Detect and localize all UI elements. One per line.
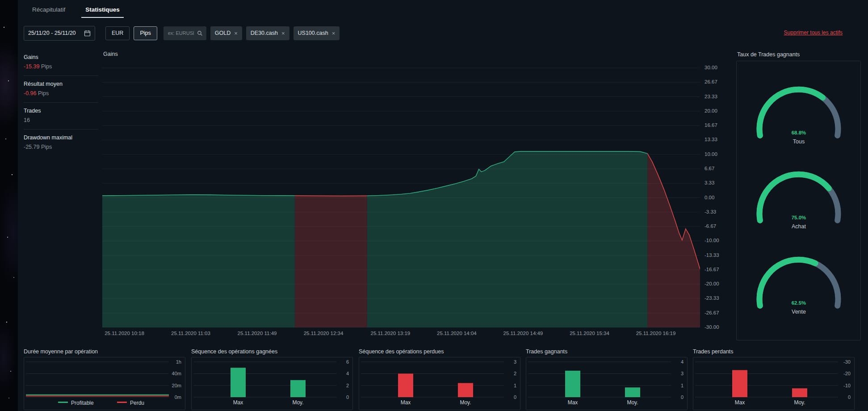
y-axis-label: 0.00 [704,195,714,200]
y-axis-label: 10.00 [704,151,717,157]
category-label: Max [735,399,745,406]
clear-assets-link[interactable]: Supprimer tous les actifs [784,29,843,36]
y-axis-label: -26.67 [704,310,719,315]
y-axis-label: -10 [843,383,851,388]
x-axis-label: 25.11.2020 14:04 [425,331,488,336]
stat-label: Résultat moyen [24,81,98,87]
gauge-track [759,260,838,306]
currency-eur-button[interactable]: EUR [105,26,130,40]
legend-swatch [58,402,68,403]
y-axis-label: 30.00 [704,65,717,70]
stat-resultat-moyen: Résultat moyen -0.96 Pips [24,76,98,103]
search-icon [197,30,203,36]
remove-tag-icon[interactable]: × [281,30,285,37]
gains-x-axis: 25.11.2020 10:1825.11.2020 11:0325.11.20… [102,331,700,338]
gains-chart-svg [102,63,700,327]
symbol-search-input[interactable] [167,30,195,36]
stat-label: Gains [24,54,98,60]
calendar-icon [84,30,91,37]
stat-value: 16 [24,117,30,123]
stat-value: -15.39 [24,63,39,70]
y-axis-label: 6 [346,359,349,365]
y-axis-label: 3.33 [704,180,714,185]
x-axis-label: 25.11.2020 14:49 [492,331,554,336]
gauge-progress [759,89,838,135]
gauge-label: Tous [793,138,804,145]
gauge-label: Vente [792,309,806,315]
gauge-progress [759,260,838,306]
x-axis-label: 25.11.2020 12:34 [292,331,355,336]
asset-tag-label: GOLD [215,30,231,36]
area-fill-red [295,196,367,327]
x-axis-label: 25.11.2020 13:19 [359,331,422,336]
y-axis-label: 0 [848,394,851,400]
y-axis-label: -20.00 [704,281,719,286]
category-label: Max [233,399,243,406]
x-axis-label: 25.11.2020 11:03 [159,331,222,336]
loss-trades-chart-title: Trades perdants [693,348,734,355]
y-axis-label: 20.00 [704,108,717,113]
win-streak-svg: 6420MaxMoy. [192,357,352,410]
win-streak-chart-panel: 6420MaxMoy. [191,357,353,410]
y-axis-label: 1h [176,359,181,365]
y-axis-label: 23.33 [704,94,717,99]
duration-chart-title: Durée moyenne par opération [24,348,98,355]
win-trades-chart-panel: 4310MaxMoy. [526,357,688,410]
tab-statistiques[interactable]: Statistiques [81,6,124,18]
filter-bar: 25/11/20 - 25/11/20 EUR Pips GOLD × DE30… [24,25,340,41]
date-range-input[interactable]: 25/11/20 - 25/11/20 [24,26,95,41]
x-axis-label: 25.11.2020 10:18 [93,331,156,336]
legend-swatch [117,402,127,403]
y-axis-label: 13.33 [704,137,717,142]
symbol-search[interactable] [164,26,206,40]
y-axis-label: 26.67 [704,79,717,84]
area-fill-red [647,154,700,327]
bar-Max [231,368,246,397]
y-axis-label: -16.67 [704,267,719,272]
stat-gains: Gains -15.39 Pips [24,49,98,76]
stats-sidebar: Gains -15.39 Pips Résultat moyen -0.96 P… [24,49,98,156]
y-axis-label: -6.67 [704,223,716,229]
bar-Moy. [792,388,807,397]
bar-Moy. [290,380,306,397]
legend-label: Perdu [130,400,144,406]
unit-pips-button[interactable]: Pips [134,26,157,40]
loss-trades-svg: -30-20-100MaxMoy. [693,357,854,410]
y-axis-label: 2 [514,371,516,376]
remove-tag-icon[interactable]: × [234,30,238,37]
stat-drawdown: Drawdown maximal -25.79 Pips [24,130,98,156]
y-axis-label: -30.00 [704,324,719,330]
stat-trades: Trades 16 [24,103,98,130]
y-axis-label: 0m [175,394,181,400]
area-fill-green [367,151,648,327]
stat-label: Trades [24,108,98,114]
win-rate-gauge: 75.0%Achat [752,170,846,231]
category-label: Moy. [292,399,303,406]
loss-streak-chart-panel: 3210MaxMoy. [359,357,520,410]
asset-tag-de30: DE30.cash × [246,26,289,40]
stat-unit: Pips [39,63,52,70]
gauge-percent: 68.8% [791,130,806,135]
win-rate-gauge: 62.5%Vente [752,255,846,317]
y-axis-label: 40m [172,371,181,376]
y-axis-label: 1 [681,383,683,388]
y-axis-label: -3.33 [704,209,716,214]
y-axis-label: 0 [346,394,349,400]
y-axis-label: -23.33 [704,295,719,301]
tab-recapitulatif[interactable]: Récapitulatif [31,6,66,18]
remove-tag-icon[interactable]: × [332,30,335,37]
series-line-red [295,196,367,196]
asset-tag-label: DE30.cash [251,30,278,36]
y-axis-label: 2 [346,383,349,388]
gains-y-axis: 30.0026.6723.3320.0016.6713.3310.006.673… [704,63,733,327]
x-axis-label: 25.11.2020 11:49 [226,331,289,336]
gauge-percent: 62.5% [791,300,806,306]
loss-trades-chart-panel: -30-20-100MaxMoy. [693,357,855,410]
loss-streak-svg: 3210MaxMoy. [359,357,520,410]
win-trades-svg: 4310MaxMoy. [526,357,687,410]
stat-unit: Pips [39,144,52,150]
y-axis-label: 6.67 [704,166,714,171]
gauge-label: Achat [792,223,806,230]
gains-chart-title: Gains [103,51,118,57]
win-streak-chart-title: Séquence des opérations gagnées [191,348,277,355]
